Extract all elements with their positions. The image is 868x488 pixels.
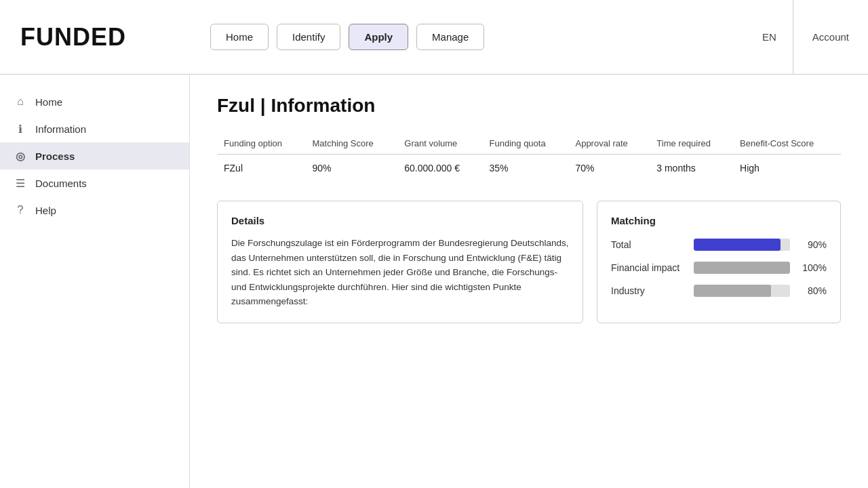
bar-container-industry — [694, 285, 790, 297]
sidebar-label-help: Help — [35, 205, 56, 216]
matching-title: Matching — [611, 215, 827, 226]
cell-grant-volume: 60.000.000 € — [397, 155, 482, 182]
language-selector[interactable]: EN — [746, 0, 793, 74]
nav-home[interactable]: Home — [210, 24, 269, 50]
cell-funding-quota: 35% — [483, 155, 569, 182]
bar-fill-total — [694, 239, 781, 251]
header: FUNDED Home Identify Apply Manage EN Acc… — [0, 0, 868, 75]
cell-matching-score: 90% — [306, 155, 398, 182]
matching-label-total: Total — [611, 239, 686, 250]
bar-fill-industry — [694, 285, 771, 297]
col-matching-score: Matching Score — [306, 133, 398, 155]
matching-row-industry: Industry 80% — [611, 285, 827, 297]
table-row: FZul 90% 60.000.000 € 35% 70% 3 months H… — [217, 155, 841, 182]
details-panel: Details Die Forschungszulage ist ein För… — [217, 201, 583, 323]
col-time-required: Time required — [650, 133, 733, 155]
col-funding-quota: Funding quota — [483, 133, 569, 155]
details-title: Details — [231, 215, 569, 226]
header-right: EN Account — [746, 0, 868, 74]
matching-row-financial: Financial impact 100% — [611, 262, 827, 274]
sidebar-item-documents[interactable]: ☰ Documents — [0, 169, 189, 197]
documents-icon: ☰ — [14, 176, 27, 190]
matching-label-industry: Industry — [611, 285, 686, 296]
bar-container-total — [694, 239, 790, 251]
home-icon: ⌂ — [14, 95, 27, 108]
bar-container-financial — [694, 262, 790, 274]
cell-funding-option: FZul — [217, 155, 306, 182]
sidebar-label-process: Process — [35, 150, 75, 162]
page-title: Fzul | Information — [217, 95, 841, 117]
matching-panel: Matching Total 90% Financial impact 100% — [597, 201, 841, 323]
sidebar-item-process[interactable]: ◎ Process — [0, 142, 189, 169]
process-icon: ◎ — [14, 149, 27, 163]
cell-benefit-cost-score: High — [733, 155, 841, 182]
matching-pct-industry: 80% — [798, 285, 827, 296]
sidebar-label-home: Home — [35, 96, 62, 108]
main-layout: ⌂ Home ℹ Information ◎ Process ☰ Documen… — [0, 75, 868, 488]
cell-time-required: 3 months — [650, 155, 733, 182]
matching-row-total: Total 90% — [611, 239, 827, 251]
logo-area: FUNDED — [0, 23, 190, 52]
sidebar-label-documents: Documents — [35, 178, 87, 189]
matching-pct-financial: 100% — [798, 262, 827, 273]
matching-label-financial: Financial impact — [611, 262, 686, 273]
funding-table: Funding option Matching Score Grant volu… — [217, 133, 841, 182]
cell-approval-rate: 70% — [568, 155, 650, 182]
nav-area: Home Identify Apply Manage — [190, 24, 746, 50]
nav-identify[interactable]: Identify — [277, 24, 340, 50]
info-icon: ℹ — [14, 122, 27, 136]
col-funding-option: Funding option — [217, 133, 306, 155]
matching-pct-total: 90% — [798, 239, 827, 250]
details-text: Die Forschungszulage ist ein Förderprogr… — [231, 236, 569, 309]
content-area: Fzul | Information Funding option Matchi… — [190, 75, 868, 488]
nav-manage[interactable]: Manage — [416, 24, 484, 50]
logo: FUNDED — [20, 23, 126, 51]
panels: Details Die Forschungszulage ist ein För… — [217, 201, 841, 323]
sidebar-item-home[interactable]: ⌂ Home — [0, 88, 189, 115]
bar-fill-financial — [694, 262, 790, 274]
sidebar-item-information[interactable]: ℹ Information — [0, 115, 189, 142]
table-header-row: Funding option Matching Score Grant volu… — [217, 133, 841, 155]
col-grant-volume: Grant volume — [397, 133, 482, 155]
account-button[interactable]: Account — [793, 0, 868, 74]
sidebar: ⌂ Home ℹ Information ◎ Process ☰ Documen… — [0, 75, 190, 488]
sidebar-item-help[interactable]: ? Help — [0, 197, 189, 224]
col-benefit-cost-score: Benefit-Cost Score — [733, 133, 841, 155]
help-icon: ? — [14, 203, 27, 217]
col-approval-rate: Approval rate — [568, 133, 650, 155]
nav-apply[interactable]: Apply — [349, 24, 408, 50]
sidebar-label-information: Information — [35, 123, 86, 135]
